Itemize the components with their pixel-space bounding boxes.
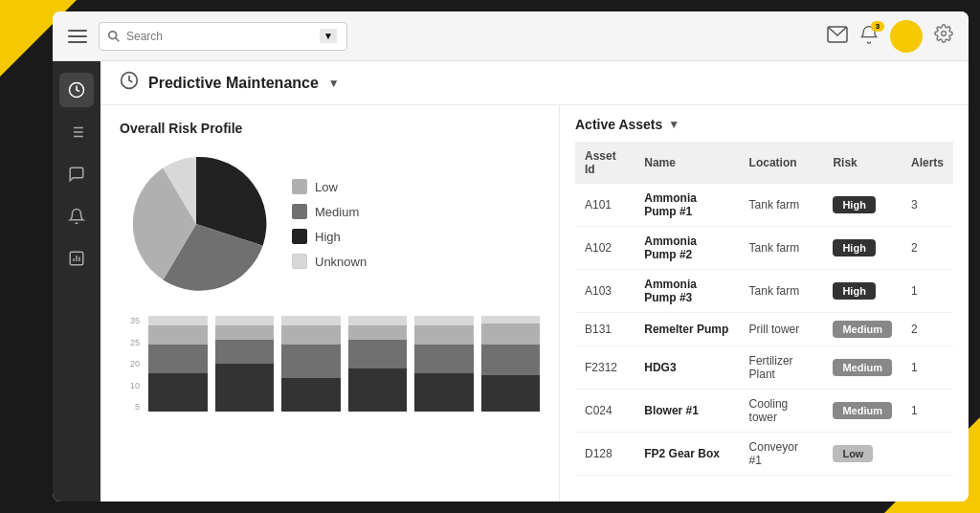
cell-risk: High	[823, 270, 902, 313]
assets-table: Asset Id Name Location Risk Alerts A101 …	[575, 142, 953, 476]
bar-high-5	[414, 373, 474, 412]
cell-alerts: 1	[902, 390, 953, 433]
svg-point-0	[109, 31, 117, 38]
settings-icon[interactable]	[934, 24, 953, 48]
main-content: Predictive Maintenance ▼ Overall Risk Pr…	[100, 61, 969, 502]
col-location: Location	[740, 142, 824, 184]
y-label-35: 35	[130, 316, 140, 325]
legend-dot-low	[292, 179, 307, 194]
topbar: ▼ 3	[53, 11, 969, 61]
bar-chart-inner	[148, 316, 540, 431]
cell-risk: Medium	[823, 390, 902, 433]
svg-point-3	[942, 32, 947, 36]
bar-high-1	[148, 373, 208, 412]
cell-name: HDG3	[635, 346, 739, 390]
search-box: ▼	[99, 22, 347, 51]
bar-unknown-3	[281, 316, 341, 325]
sidebar-item-reports[interactable]	[59, 241, 94, 276]
cell-asset-id: D128	[575, 433, 635, 476]
mail-button[interactable]	[827, 26, 848, 47]
legend-item-low: Low	[292, 179, 367, 194]
legend-item-medium: Medium	[292, 204, 367, 219]
cell-alerts: 1	[902, 270, 953, 313]
cell-risk: Low	[823, 433, 902, 476]
legend-item-high: High	[292, 229, 367, 244]
bar-group-4	[348, 316, 408, 412]
pie-chart	[120, 147, 273, 301]
hamburger-menu[interactable]	[68, 30, 87, 43]
cell-asset-id: B131	[575, 313, 635, 346]
cell-alerts: 2	[902, 227, 953, 270]
cell-name: Blower #1	[635, 390, 739, 433]
search-icon	[107, 30, 121, 43]
cell-alerts: 3	[902, 184, 953, 227]
pie-legend: Low Medium High	[292, 179, 367, 269]
bar-low-1	[148, 325, 208, 345]
cell-location: Cooling tower	[740, 390, 824, 433]
bar-chart: 35 25 20 10 5	[120, 316, 540, 431]
legend-dot-high	[292, 229, 307, 244]
bar-unknown-5	[414, 316, 474, 325]
sidebar-item-dashboard[interactable]	[59, 73, 94, 107]
table-row[interactable]: A103 Ammonia Pump #3 Tank farm High 1	[575, 270, 953, 313]
cell-asset-id: A103	[575, 270, 635, 313]
assets-dropdown[interactable]: ▼	[668, 118, 679, 131]
bar-low-6	[481, 323, 541, 345]
legend-label-high: High	[315, 230, 341, 244]
table-row[interactable]: B131 Remelter Pump Prill tower Medium 2	[575, 313, 953, 346]
cell-location: Conveyor #1	[740, 433, 824, 476]
legend-label-low: Low	[315, 180, 338, 194]
page-title: Predictive Maintenance	[148, 75, 319, 92]
bar-high-2	[215, 364, 275, 412]
bar-group-1	[148, 316, 208, 412]
sidebar	[53, 61, 100, 502]
bar-medium-6	[481, 345, 541, 375]
search-dropdown-button[interactable]: ▼	[320, 29, 337, 43]
cell-alerts: 2	[902, 313, 953, 346]
cell-risk: Medium	[823, 313, 902, 346]
bar-medium-2	[215, 340, 275, 364]
bar-low-5	[414, 325, 474, 345]
risk-profile-title: Overall Risk Profile	[120, 121, 540, 136]
col-risk: Risk	[823, 142, 902, 184]
bar-chart-y-labels: 35 25 20 10 5	[120, 316, 144, 412]
legend-label-unknown: Unknown	[315, 255, 367, 269]
cell-asset-id: F2312	[575, 346, 635, 390]
bar-low-3	[281, 325, 341, 345]
assets-header: Active Assets ▼	[575, 117, 953, 132]
table-row[interactable]: D128 FP2 Gear Box Conveyor #1 Low	[575, 433, 953, 476]
layout: Predictive Maintenance ▼ Overall Risk Pr…	[53, 61, 969, 502]
legend-item-unknown: Unknown	[292, 254, 367, 269]
table-row[interactable]: F2312 HDG3 Fertilizer Plant Medium 1	[575, 346, 953, 390]
table-row[interactable]: C024 Blower #1 Cooling tower Medium 1	[575, 390, 953, 433]
alert-button[interactable]: 3	[859, 25, 879, 48]
cell-alerts: 1	[902, 346, 953, 390]
page-header-icon	[120, 71, 139, 95]
sidebar-item-chat[interactable]	[59, 157, 94, 191]
sidebar-item-alerts[interactable]	[59, 199, 94, 234]
bar-high-6	[481, 375, 541, 412]
cell-name: Ammonia Pump #2	[635, 227, 739, 270]
cell-asset-id: A101	[575, 184, 635, 227]
search-input[interactable]	[126, 30, 318, 43]
app-wrapper: ▼ 3	[53, 11, 969, 502]
bar-low-4	[348, 325, 408, 340]
cell-name: Ammonia Pump #1	[635, 184, 739, 227]
assets-title: Active Assets	[575, 117, 662, 132]
bar-medium-5	[414, 345, 474, 373]
table-header: Asset Id Name Location Risk Alerts	[575, 142, 953, 184]
table-row[interactable]: A101 Ammonia Pump #1 Tank farm High 3	[575, 184, 953, 227]
bar-medium-3	[281, 345, 341, 378]
cell-name: Ammonia Pump #3	[635, 270, 739, 313]
page-header-dropdown[interactable]: ▼	[328, 77, 340, 90]
bar-group-5	[414, 316, 474, 412]
content-area: Overall Risk Profile	[100, 105, 969, 502]
cell-name: FP2 Gear Box	[635, 433, 739, 476]
user-avatar[interactable]	[890, 20, 923, 53]
bar-high-4	[348, 368, 408, 412]
sidebar-item-list[interactable]	[59, 115, 94, 149]
table-row[interactable]: A102 Ammonia Pump #2 Tank farm High 2	[575, 227, 953, 270]
legend-label-medium: Medium	[315, 205, 359, 219]
y-label-20: 20	[130, 359, 140, 368]
y-label-10: 10	[130, 381, 140, 390]
